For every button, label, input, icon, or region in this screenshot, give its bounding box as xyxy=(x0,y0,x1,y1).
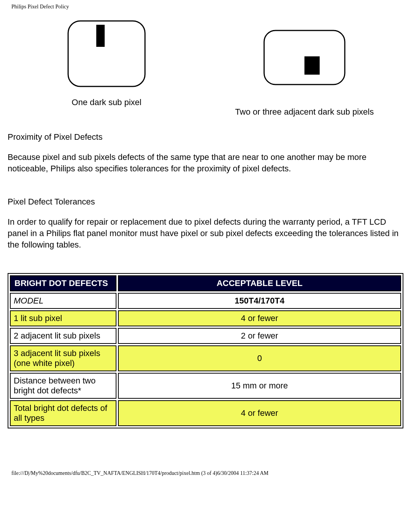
illustration-left-caption: One dark sub pixel xyxy=(72,97,141,107)
svg-rect-3 xyxy=(304,56,320,75)
value-cell: 4 or fewer xyxy=(118,400,401,426)
criteria-cell: 1 lit sub pixel xyxy=(10,310,116,326)
table-row: Total bright dot defects of all types 4 … xyxy=(10,400,401,426)
table-row: 1 lit sub pixel 4 or fewer xyxy=(10,310,401,326)
table-row: 2 adjacent lit sub pixels 2 or fewer xyxy=(10,328,401,344)
model-value: 150T4/170T4 xyxy=(118,293,401,309)
page-footer: file:///D|/My%20documents/dfu/B2C_TV_NAF… xyxy=(11,470,403,476)
page: Philips Pixel Defect Policy One dark sub… xyxy=(0,0,411,488)
defects-table: BRIGHT DOT DEFECTS ACCEPTABLE LEVEL MODE… xyxy=(8,273,403,428)
illustration-right-caption: Two or three adjacent dark sub pixels xyxy=(235,107,374,117)
criteria-cell: 3 adjacent lit sub pixels (one white pix… xyxy=(10,345,116,371)
section-proximity-title: Proximity of Pixel Defects xyxy=(8,132,403,142)
illustration-left: One dark sub pixel xyxy=(8,19,206,117)
svg-rect-0 xyxy=(68,21,145,86)
value-cell: 0 xyxy=(118,345,401,371)
table-model-row: MODEL 150T4/170T4 xyxy=(10,293,401,309)
model-label: MODEL xyxy=(10,293,116,309)
dark-subpixel-icon xyxy=(67,19,147,88)
value-cell: 2 or fewer xyxy=(118,328,401,344)
table-row: 3 adjacent lit sub pixels (one white pix… xyxy=(10,345,401,371)
table-row: Distance between two bright dot defects*… xyxy=(10,373,401,399)
value-cell: 4 or fewer xyxy=(118,310,401,326)
table-header-row: BRIGHT DOT DEFECTS ACCEPTABLE LEVEL xyxy=(10,275,401,291)
section-proximity-body: Because pixel and sub pixels defects of … xyxy=(8,152,403,174)
illustration-right: Two or three adjacent dark sub pixels xyxy=(206,19,403,117)
table-header-right: ACCEPTABLE LEVEL xyxy=(118,275,401,291)
dark-pixels-icon xyxy=(263,29,346,86)
illustration-row: One dark sub pixel Two or three adjacent… xyxy=(8,19,403,117)
criteria-cell: 2 adjacent lit sub pixels xyxy=(10,328,116,344)
svg-rect-1 xyxy=(96,25,105,47)
table-header-left: BRIGHT DOT DEFECTS xyxy=(10,275,116,291)
value-cell: 15 mm or more xyxy=(118,373,401,399)
criteria-cell: Distance between two bright dot defects* xyxy=(10,373,116,399)
section-tolerances-title: Pixel Defect Tolerances xyxy=(8,197,403,207)
criteria-cell: Total bright dot defects of all types xyxy=(10,400,116,426)
section-tolerances-body: In order to qualify for repair or replac… xyxy=(8,216,403,250)
page-header: Philips Pixel Defect Policy xyxy=(11,4,403,10)
